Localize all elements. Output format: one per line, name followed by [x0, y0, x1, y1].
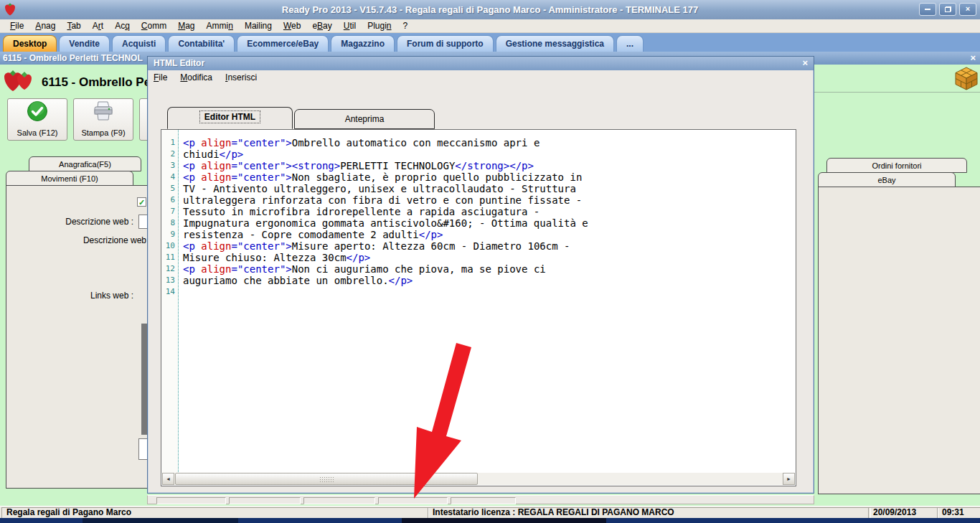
tab-movimenti[interactable]: Movimenti (F10)	[6, 171, 133, 186]
dialog-menu-item-inserisci[interactable]: Inserisci	[225, 72, 263, 83]
menu-item-art[interactable]: Art	[87, 21, 109, 31]
main-tab-desktop[interactable]: Desktop	[3, 35, 57, 52]
code-line[interactable]: 8Impugnatura ergonomica gommata antisciv…	[161, 217, 795, 229]
scroll-right-icon[interactable]: ►	[783, 473, 795, 485]
code-line[interactable]: 7Tessuto in microfibra idrorepellente a …	[161, 206, 795, 217]
tab-ordini-fornitori[interactable]: Ordini fornitori	[826, 158, 967, 173]
orders-panel: Ordini fornitori eBay	[814, 65, 980, 506]
main-tab-vendite[interactable]: Vendite	[59, 35, 110, 52]
dialog-close-icon[interactable]: ×	[802, 57, 808, 70]
menu-item-file[interactable]: File	[4, 21, 29, 31]
menu-item-mag[interactable]: Mag	[172, 21, 200, 31]
tab-ebay[interactable]: eBay	[818, 172, 956, 187]
menu-item-util[interactable]: Util	[338, 21, 362, 31]
product-heading: 6115 - Ombrello Perl	[42, 75, 147, 90]
minimize-button[interactable]	[919, 3, 936, 16]
links-scrollbar[interactable]	[141, 324, 147, 435]
package-cube-icon	[955, 66, 979, 93]
code-line[interactable]: 12<p align="center">Non ci auguriamo che…	[161, 263, 795, 275]
ebay-panel	[818, 187, 980, 494]
code-line-text: ultraleggera rinforzata con fibra di vet…	[178, 194, 582, 206]
code-line[interactable]: 5TV - Antivento ultraleggero, unisex e u…	[161, 183, 795, 194]
print-button-label: Stampa (F9)	[81, 128, 125, 137]
code-line-text: <p align="center">Non sbagliate, è propr…	[178, 171, 582, 183]
menu-item-anag[interactable]: Anag	[29, 21, 61, 31]
tab-editor-html-label: Editor HTML	[200, 111, 260, 123]
code-line[interactable]: 11Misure chiuso: Altezza 30cm</p>	[161, 252, 795, 263]
main-tab-contabilita[interactable]: Contabilita'	[168, 35, 235, 52]
menu-item-mailing[interactable]: Mailing	[239, 21, 278, 31]
line-number: 12	[161, 263, 178, 275]
tab-editor-html[interactable]: Editor HTML	[167, 107, 293, 129]
line-number: 11	[161, 252, 178, 263]
scroll-left-icon[interactable]: ◄	[162, 473, 174, 485]
horizontal-scrollbar[interactable]: ◄ ►	[162, 473, 795, 485]
line-number: 6	[161, 194, 178, 206]
movimenti-panel: ✓ Descrizione web : Descrizione web e Li…	[6, 185, 147, 489]
save-button[interactable]: Salva (F12)	[7, 98, 67, 141]
dialog-titlebar[interactable]: HTML Editor ×	[148, 57, 814, 70]
ready-pro-window: Ready Pro 2013 - V15.7.43 - Regala regal…	[0, 0, 980, 523]
menu-item-ebay[interactable]: eBay	[306, 21, 337, 31]
code-line[interactable]: 1<p align="center">Ombrello automatico c…	[161, 137, 795, 149]
main-tab-forum-di-supporto[interactable]: Forum di supporto	[397, 35, 494, 52]
code-line[interactable]: 13auguriamo che abbiate un ombrello.</p>	[161, 275, 795, 286]
scrollbar-thumb[interactable]	[175, 473, 478, 485]
status-date: 20/09/2013	[868, 507, 938, 519]
main-tab-ecommerce-ebay[interactable]: Ecommerce/eBay	[237, 35, 329, 52]
descrizione-web-label: Descrizione web :	[46, 217, 133, 227]
code-lines[interactable]: 1<p align="center">Ombrello automatico c…	[161, 137, 795, 298]
inner-window-close-icon[interactable]: ×	[970, 52, 976, 65]
code-line[interactable]: 3<p align="center"><strong>PERLETTI TECH…	[161, 160, 795, 171]
main-tab-acquisti[interactable]: Acquisti	[112, 35, 166, 52]
code-line[interactable]: 10<p align="center">Misure aperto: Altez…	[161, 240, 795, 252]
code-line[interactable]: 14	[161, 286, 795, 298]
print-button[interactable]: Stampa (F9)	[73, 98, 133, 141]
web-checkbox[interactable]: ✓	[137, 197, 146, 207]
code-line-text: <p align="center">Misure aperto: Altezza…	[178, 240, 570, 252]
main-tab-magazzino[interactable]: Magazzino	[331, 35, 395, 52]
main-tab-item[interactable]: ...	[616, 35, 644, 52]
close-button[interactable]: ×	[959, 3, 976, 16]
strawberry-product-icon	[3, 67, 36, 98]
partial-button[interactable]	[139, 98, 147, 141]
line-number: 9	[161, 229, 178, 240]
dialog-menu-bar: FileModificaInserisci	[148, 70, 814, 85]
menu-item-item[interactable]: ?	[397, 21, 414, 31]
menu-item-ammin[interactable]: Ammin	[201, 21, 239, 31]
code-line-text: chiudi</p>	[178, 149, 243, 160]
menu-item-tab[interactable]: Tab	[61, 21, 86, 31]
restore-button[interactable]	[939, 3, 956, 16]
tab-anteprima-label: Anteprima	[345, 114, 385, 124]
dialog-status-segment	[451, 497, 516, 504]
main-tab-gestione-messaggistica[interactable]: Gestione messaggistica	[496, 35, 614, 52]
status-owner: Regala regali di Pagano Marco	[1, 507, 429, 519]
dialog-menu-item-file[interactable]: File	[154, 72, 173, 83]
main-tab-bar: DesktopVenditeAcquistiContabilita'Ecomme…	[0, 33, 980, 52]
menu-item-plugin[interactable]: Plugin	[362, 21, 397, 31]
line-number: 5	[161, 183, 178, 194]
code-line[interactable]: 4<p align="center">Non sbagliate, è prop…	[161, 171, 795, 183]
menu-item-acq[interactable]: Acq	[109, 21, 136, 31]
product-header: 6115 - Ombrello Perl	[3, 67, 147, 98]
status-time: 09:31	[937, 507, 980, 519]
menu-item-comm[interactable]: Comm	[136, 21, 172, 31]
menu-item-web[interactable]: Web	[278, 21, 306, 31]
dialog-status-segment	[378, 497, 448, 504]
dialog-menu-item-modifica[interactable]: Modifica	[180, 72, 218, 83]
tab-anagrafica[interactable]: Anagrafica(F5)	[29, 156, 141, 171]
code-line[interactable]: 9resistenza - Copre comodamente 2 adulti…	[161, 229, 795, 240]
code-line[interactable]: 2chiudi</p>	[161, 149, 795, 160]
save-button-label: Salva (F12)	[17, 128, 58, 137]
html-code-editor[interactable]: 1<p align="center">Ombrello automatico c…	[161, 129, 796, 486]
code-line-text: Tessuto in microfibra idrorepellente a r…	[178, 206, 540, 217]
status-bar: Regala regali di Pagano Marco Intestatar…	[0, 506, 980, 519]
descrizione-web-input[interactable]	[138, 215, 147, 229]
tab-anteprima[interactable]: Anteprima	[294, 109, 435, 129]
code-line-text: <p align="center">Non ci auguriamo che p…	[178, 263, 546, 275]
code-line-text: <p align="center">Ombrello automatico co…	[178, 137, 540, 149]
dialog-status-segment	[229, 497, 301, 504]
code-line-text: <p align="center"><strong>PERLETTI TECHN…	[178, 160, 534, 171]
links-web-list[interactable]	[138, 438, 147, 460]
code-line[interactable]: 6ultraleggera rinforzata con fibra di ve…	[161, 194, 795, 206]
